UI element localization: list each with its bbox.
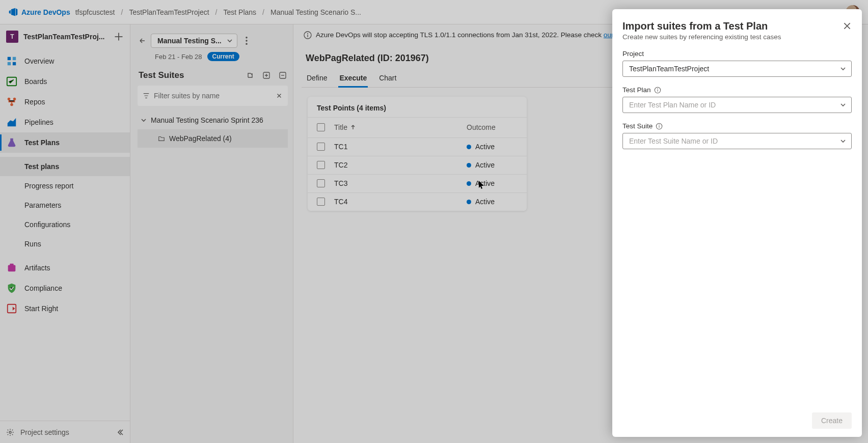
create-button[interactable]: Create (812, 412, 852, 429)
import-panel: Import suites from a Test Plan Create ne… (612, 9, 862, 437)
project-combo-value: TestPlanTeamTestProject (629, 65, 709, 73)
field-project: Project TestPlanTeamTestProject (622, 50, 852, 77)
svg-point-22 (659, 124, 660, 125)
svg-point-20 (657, 88, 658, 89)
panel-title: Import suites from a Test Plan (622, 20, 852, 32)
chevron-down-icon (840, 66, 846, 72)
test-plan-input[interactable] (629, 101, 835, 109)
chevron-down-icon (840, 102, 846, 108)
field-label-test-suite: Test Suite (622, 122, 852, 130)
panel-footer: Create (622, 412, 852, 429)
field-test-suite: Test Suite (622, 122, 852, 149)
test-suite-combo[interactable] (622, 133, 852, 149)
field-label-test-plan: Test Plan (622, 86, 852, 94)
panel-subtitle: Create new suites by referencing existin… (622, 33, 852, 41)
field-test-plan: Test Plan (622, 86, 852, 113)
test-suite-label-text: Test Suite (622, 122, 653, 130)
test-suite-input[interactable] (629, 137, 835, 145)
test-plan-combo[interactable] (622, 97, 852, 113)
field-label-project: Project (622, 50, 852, 58)
project-combo[interactable]: TestPlanTeamTestProject (622, 61, 852, 77)
info-icon[interactable] (654, 87, 661, 94)
info-icon[interactable] (656, 123, 663, 130)
close-panel-button[interactable] (843, 21, 852, 31)
chevron-down-icon (840, 138, 846, 144)
test-plan-label-text: Test Plan (622, 86, 651, 94)
